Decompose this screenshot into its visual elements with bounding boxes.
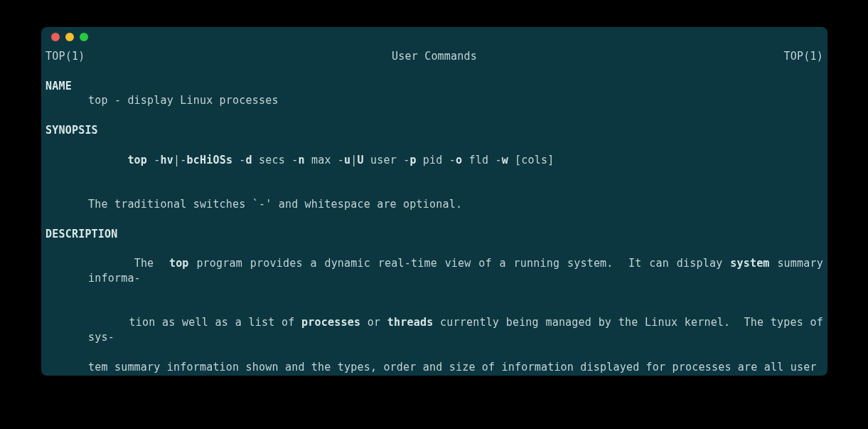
- man-page-content[interactable]: TOP(1) User Commands TOP(1) NAME top - d…: [41, 47, 827, 376]
- desc-line: tion as well as a list of processes or t…: [45, 301, 823, 360]
- traditional-line: The traditional switches `-' and whitesp…: [45, 197, 823, 212]
- name-line: top - display Linux processes: [45, 93, 823, 108]
- section-synopsis: SYNOPSIS: [45, 123, 823, 138]
- man-header-left: TOP(1): [45, 49, 85, 64]
- section-description: DESCRIPTION: [45, 227, 823, 242]
- man-header-right: TOP(1): [784, 49, 823, 64]
- synopsis-line: top -hv|-bcHiOSs -d secs -n max -u|U use…: [45, 138, 823, 182]
- man-header-center: User Commands: [392, 49, 477, 64]
- desc-line: configurable and that configuration can …: [45, 375, 823, 376]
- terminal-window[interactable]: TOP(1) User Commands TOP(1) NAME top - d…: [41, 27, 827, 376]
- minimize-icon[interactable]: [65, 33, 74, 41]
- man-header: TOP(1) User Commands TOP(1): [45, 49, 823, 64]
- desc-line: tem summary information shown and the ty…: [45, 360, 823, 375]
- zoom-icon[interactable]: [80, 33, 88, 41]
- close-icon[interactable]: [51, 33, 60, 41]
- section-name: NAME: [45, 79, 823, 94]
- titlebar: [41, 27, 827, 47]
- desc-line: The top program provides a dynamic real-…: [45, 241, 823, 300]
